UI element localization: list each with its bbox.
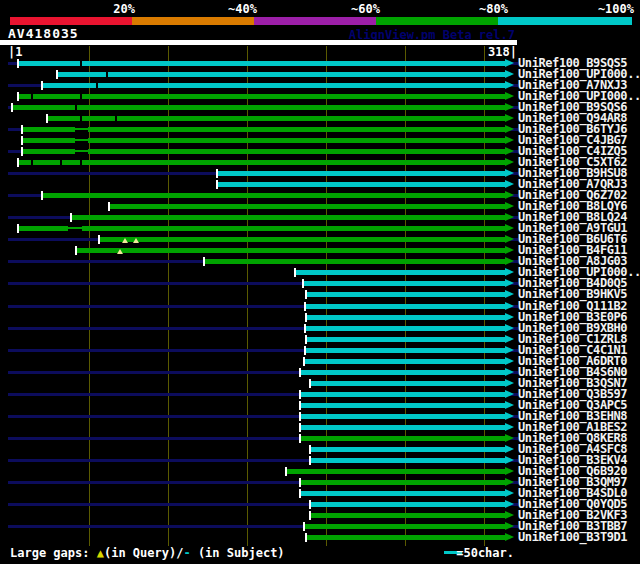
alignment-bar[interactable] xyxy=(43,83,505,88)
alignment-end-arrow-icon xyxy=(505,489,514,497)
small-gap-tick xyxy=(31,160,33,165)
ruler-end-label: 318| xyxy=(488,45,517,59)
alignment-bar[interactable] xyxy=(311,381,505,386)
alignment-end-arrow-icon xyxy=(505,313,514,321)
key-label-3: ~80% xyxy=(479,2,508,16)
alignment-start-tick xyxy=(309,500,311,509)
query-title: AV418035 xyxy=(8,26,79,41)
alignment-end-arrow-icon xyxy=(505,324,514,332)
alignment-end-arrow-icon xyxy=(505,147,514,155)
alignment-bar[interactable] xyxy=(100,237,505,242)
alignment-bar[interactable] xyxy=(307,315,505,320)
alignment-bar[interactable] xyxy=(301,414,505,419)
alignment-bar[interactable] xyxy=(301,403,505,408)
alignment-end-arrow-icon xyxy=(505,191,514,199)
alignment-bar[interactable] xyxy=(23,149,505,154)
alignment-end-arrow-icon xyxy=(505,423,514,431)
alignment-bar[interactable] xyxy=(19,61,505,66)
alignment-bar[interactable] xyxy=(301,480,505,485)
alignment-bar[interactable] xyxy=(307,337,505,342)
alignment-end-arrow-icon xyxy=(505,467,514,475)
small-gap-tick xyxy=(106,72,108,77)
alignment-start-tick xyxy=(21,147,23,156)
alignment-bar[interactable] xyxy=(296,270,505,275)
alignment-bar[interactable] xyxy=(301,370,505,375)
alignment-start-tick xyxy=(56,70,58,79)
alignment-start-tick xyxy=(309,456,311,465)
alignment-start-tick xyxy=(203,257,205,266)
alignment-end-arrow-icon xyxy=(505,136,514,144)
alignment-bar[interactable] xyxy=(19,160,505,165)
alignment-bar[interactable] xyxy=(77,248,505,253)
alignment-start-tick xyxy=(309,511,311,520)
alignment-bar[interactable] xyxy=(311,458,505,463)
alignment-bar[interactable] xyxy=(301,392,505,397)
alignment-bar[interactable] xyxy=(301,425,505,430)
alignment-start-tick xyxy=(17,92,19,101)
small-gap-tick xyxy=(80,61,82,66)
gridline-1 xyxy=(168,46,169,546)
alignment-end-arrow-icon xyxy=(505,114,514,122)
alignment-bar[interactable] xyxy=(23,138,505,143)
alignment-start-tick xyxy=(21,125,23,134)
alignment-bar[interactable] xyxy=(218,171,505,176)
alignment-bar[interactable] xyxy=(311,502,505,507)
key-segment-4 xyxy=(498,17,632,25)
alignment-end-arrow-icon xyxy=(505,103,514,111)
alignment-start-tick xyxy=(299,478,301,487)
alignment-bar[interactable] xyxy=(72,215,505,220)
alignment-bar[interactable] xyxy=(218,182,505,187)
alignment-bar[interactable] xyxy=(301,491,505,496)
small-gap-tick xyxy=(115,116,117,121)
alignment-end-arrow-icon xyxy=(505,434,514,442)
alignment-bar[interactable] xyxy=(307,535,505,540)
alignment-start-tick xyxy=(17,158,19,167)
alignment-start-tick xyxy=(17,59,19,68)
alignment-bar[interactable] xyxy=(301,436,505,441)
alignment-start-tick xyxy=(46,114,48,123)
alignment-end-arrow-icon xyxy=(505,346,514,354)
key-segment-1 xyxy=(132,17,254,25)
subject-gap-line xyxy=(68,227,82,229)
query-gap-triangle xyxy=(133,238,139,243)
alignment-start-tick xyxy=(75,246,77,255)
alignment-viewer: AV418035 AlignView.pm Beta rel.7 |1 318|… xyxy=(0,0,640,564)
alignment-bar[interactable] xyxy=(306,304,505,309)
alignment-bar[interactable] xyxy=(23,127,505,132)
alignment-bar[interactable] xyxy=(307,292,505,297)
alignment-bar[interactable] xyxy=(205,259,505,264)
alignment-bar[interactable] xyxy=(110,204,505,209)
alignment-bar[interactable] xyxy=(305,359,505,364)
alignment-bar[interactable] xyxy=(311,513,505,518)
key-segment-3 xyxy=(376,17,498,25)
alignment-bar[interactable] xyxy=(43,193,505,198)
alignment-bar[interactable] xyxy=(19,94,505,99)
subject-label[interactable]: UniRef100_B3T9D1 xyxy=(518,531,627,543)
alignment-bar[interactable] xyxy=(305,524,505,529)
alignment-end-arrow-icon xyxy=(505,390,514,398)
alignment-start-tick xyxy=(299,412,301,421)
query-bar xyxy=(0,40,517,45)
alignment-end-arrow-icon xyxy=(505,335,514,343)
alignment-bar[interactable] xyxy=(304,281,505,286)
alignment-bar[interactable] xyxy=(306,326,505,331)
gap-legend-query: (in Query)/ xyxy=(104,546,183,560)
alignment-start-tick xyxy=(305,313,307,322)
key-label-4: ~100% xyxy=(598,2,634,16)
alignment-end-arrow-icon xyxy=(505,180,514,188)
alignment-start-tick xyxy=(216,169,218,178)
alignment-bar[interactable] xyxy=(58,72,505,77)
small-gap-tick xyxy=(75,105,77,110)
alignment-bar[interactable] xyxy=(311,447,505,452)
gap-legend-subject: (in Subject) xyxy=(191,546,285,560)
alignment-bar[interactable] xyxy=(287,469,505,474)
query-gap-triangle-glyph: ▲ xyxy=(97,546,104,560)
alignment-bar[interactable] xyxy=(19,226,505,231)
gridline-2 xyxy=(247,46,248,546)
alignment-bar[interactable] xyxy=(306,348,505,353)
alignment-start-tick xyxy=(305,290,307,299)
alignment-start-tick xyxy=(98,235,100,244)
alignment-end-arrow-icon xyxy=(505,224,514,232)
small-gap-tick xyxy=(80,94,82,99)
alignment-bar[interactable] xyxy=(13,105,505,110)
